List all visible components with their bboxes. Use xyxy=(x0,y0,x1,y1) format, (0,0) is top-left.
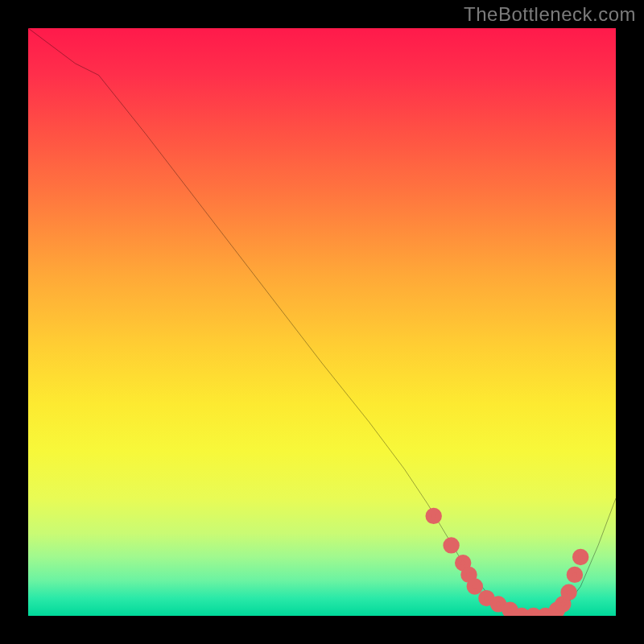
marker-dot xyxy=(569,569,580,580)
marker-dot xyxy=(446,540,456,551)
marker-dot xyxy=(428,510,439,521)
marker-dots xyxy=(428,510,586,616)
marker-dot xyxy=(464,569,474,580)
marker-dot xyxy=(564,587,574,597)
marker-dot xyxy=(505,605,515,615)
curve-layer xyxy=(28,28,616,616)
marker-dot xyxy=(458,558,469,568)
bottleneck-curve xyxy=(28,28,616,616)
chart-frame: TheBottleneck.com xyxy=(0,0,644,644)
marker-dot xyxy=(493,599,503,609)
marker-dot xyxy=(558,599,568,609)
marker-dot xyxy=(481,593,492,604)
marker-dot xyxy=(469,581,480,592)
marker-dot xyxy=(576,551,586,562)
plot-area xyxy=(28,28,616,616)
watermark-text: TheBottleneck.com xyxy=(464,3,636,26)
